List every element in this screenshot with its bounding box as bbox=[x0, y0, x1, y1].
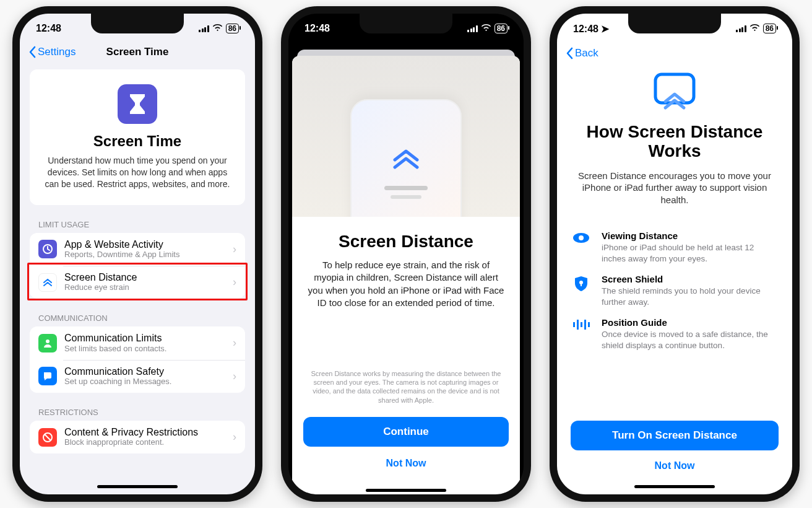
svg-rect-10 bbox=[581, 322, 582, 327]
modal-description: To help reduce eye strain, and the risk … bbox=[307, 259, 505, 309]
page-title: Screen Time bbox=[106, 46, 169, 58]
svg-rect-9 bbox=[577, 320, 579, 330]
row-title: Communication Limits bbox=[64, 333, 229, 344]
placeholder-line bbox=[391, 195, 421, 199]
app-activity-icon bbox=[38, 240, 57, 258]
battery-icon: 86 bbox=[226, 24, 239, 33]
eye-icon bbox=[571, 230, 592, 264]
home-indicator[interactable] bbox=[634, 485, 715, 488]
screen-distance-icon bbox=[38, 273, 57, 292]
screen-time-app-icon bbox=[118, 84, 157, 124]
placeholder-line bbox=[384, 186, 428, 190]
row-subtitle: Reduce eye strain bbox=[64, 283, 229, 292]
screen-2: 12:48 86 S bbox=[288, 14, 524, 494]
battery-icon: 86 bbox=[495, 24, 508, 33]
screen-distance-hero-icon bbox=[652, 71, 698, 114]
cellular-icon bbox=[467, 25, 478, 32]
chevron-right-icon: › bbox=[233, 431, 236, 444]
hero-text: Understand how much time you spend on yo… bbox=[41, 155, 234, 190]
feature-title: Screen Shield bbox=[602, 274, 779, 284]
feature-title: Viewing Distance bbox=[602, 230, 779, 241]
list-group-limit: App & Website ActivityReports, Downtime … bbox=[30, 233, 245, 299]
status-time: 12:48 bbox=[304, 23, 330, 34]
section-header-comm: COMMUNICATION bbox=[38, 313, 245, 323]
feature-viewing-distance: Viewing DistanceiPhone or iPad should be… bbox=[571, 230, 779, 264]
row-subtitle: Reports, Downtime & App Limits bbox=[64, 250, 229, 260]
content-area: How Screen Distance Works Screen Distanc… bbox=[557, 62, 792, 480]
row-comm-safety[interactable]: Communication SafetySet up coaching in M… bbox=[30, 360, 245, 393]
home-indicator[interactable] bbox=[366, 489, 446, 492]
feature-list: Viewing DistanceiPhone or iPad should be… bbox=[571, 221, 779, 361]
battery-icon: 86 bbox=[763, 24, 776, 33]
content-area[interactable]: Screen Time Understand how much time you… bbox=[20, 63, 255, 480]
phone-frame-3: 12:48➤ 86 Back How Screen Distance Works… bbox=[550, 6, 800, 502]
feature-text: Once device is moved to a safe distance,… bbox=[602, 329, 779, 351]
svg-rect-11 bbox=[584, 320, 586, 330]
nav-bar: Settings Screen Time bbox=[20, 43, 255, 63]
home-indicator[interactable] bbox=[97, 485, 178, 488]
sheet-front: Screen Distance To help reduce eye strai… bbox=[292, 56, 520, 494]
row-title: Content & Privacy Restrictions bbox=[64, 427, 229, 438]
continue-button[interactable]: Continue bbox=[303, 417, 509, 447]
phone-mock-graphic bbox=[350, 99, 462, 217]
row-content-privacy[interactable]: Content & Privacy RestrictionsBlock inap… bbox=[30, 421, 245, 453]
chevron-left-icon bbox=[566, 47, 573, 59]
turn-on-button[interactable]: Turn On Screen Distance bbox=[571, 421, 779, 450]
section-header-restr: RESTRICTIONS bbox=[38, 408, 245, 417]
row-subtitle: Block inappropriate content. bbox=[64, 438, 229, 447]
chevron-right-icon: › bbox=[233, 243, 236, 256]
page-description: Screen Distance encourages you to move y… bbox=[571, 170, 779, 206]
row-title: Screen Distance bbox=[64, 272, 229, 283]
back-label: Settings bbox=[38, 46, 76, 58]
svg-rect-8 bbox=[573, 322, 575, 327]
row-app-activity[interactable]: App & Website ActivityReports, Downtime … bbox=[30, 233, 245, 266]
not-now-button[interactable]: Not Now bbox=[571, 453, 779, 475]
chevron-right-icon: › bbox=[233, 276, 236, 289]
row-title: App & Website Activity bbox=[64, 239, 229, 250]
comm-limits-icon bbox=[38, 334, 57, 353]
hero-card: Screen Time Understand how much time you… bbox=[30, 69, 245, 205]
modal-fineprint: Screen Distance works by measuring the d… bbox=[307, 369, 505, 411]
not-now-button[interactable]: Not Now bbox=[292, 450, 520, 484]
back-button[interactable]: Back bbox=[566, 47, 784, 59]
feature-screen-shield: Screen ShieldThe shield reminds you to h… bbox=[571, 274, 779, 307]
hero-title: Screen Time bbox=[41, 133, 234, 150]
page-title: How Screen Distance Works bbox=[571, 123, 779, 161]
modal-title: Screen Distance bbox=[307, 232, 505, 252]
cellular-icon bbox=[199, 25, 209, 32]
restrictions-icon bbox=[38, 428, 57, 447]
row-screen-distance[interactable]: Screen DistanceReduce eye strain › bbox=[30, 266, 245, 299]
screen-3: 12:48➤ 86 Back How Screen Distance Works… bbox=[557, 14, 792, 494]
svg-rect-12 bbox=[588, 322, 590, 327]
wifi-icon bbox=[212, 23, 223, 34]
shield-icon bbox=[571, 274, 592, 307]
back-label: Back bbox=[575, 47, 598, 59]
list-group-restr: Content & Privacy RestrictionsBlock inap… bbox=[30, 421, 245, 453]
position-guide-icon bbox=[571, 317, 592, 351]
row-subtitle: Set up coaching in Messages. bbox=[64, 377, 229, 387]
notch bbox=[628, 14, 721, 33]
back-button[interactable]: Settings bbox=[28, 46, 76, 58]
section-header-limit: LIMIT USAGE bbox=[38, 220, 245, 229]
feature-position-guide: Position GuideOnce device is moved to a … bbox=[571, 317, 779, 351]
location-icon: ➤ bbox=[601, 24, 609, 34]
chevron-left-icon bbox=[28, 46, 36, 58]
status-time: 12:48 bbox=[36, 23, 61, 34]
row-comm-limits[interactable]: Communication LimitsSet limits based on … bbox=[30, 326, 245, 359]
cellular-icon bbox=[736, 25, 746, 32]
nav-bar: Back bbox=[557, 43, 792, 62]
svg-point-5 bbox=[579, 235, 584, 240]
svg-point-1 bbox=[46, 339, 50, 343]
wifi-icon bbox=[749, 23, 760, 34]
notch bbox=[91, 14, 184, 33]
notch bbox=[360, 14, 452, 33]
distance-chevrons-icon bbox=[387, 142, 425, 172]
chevron-right-icon: › bbox=[233, 370, 236, 383]
modal-sheet: Screen Distance To help reduce eye strai… bbox=[288, 43, 524, 494]
feature-title: Position Guide bbox=[602, 317, 779, 328]
svg-rect-7 bbox=[581, 284, 582, 286]
phone-frame-1: 12:48 86 Settings Screen Time Screen Tim… bbox=[12, 6, 262, 502]
list-group-comm: Communication LimitsSet limits based on … bbox=[30, 326, 245, 393]
hero-graphic bbox=[292, 56, 520, 217]
row-subtitle: Set limits based on contacts. bbox=[64, 344, 229, 354]
